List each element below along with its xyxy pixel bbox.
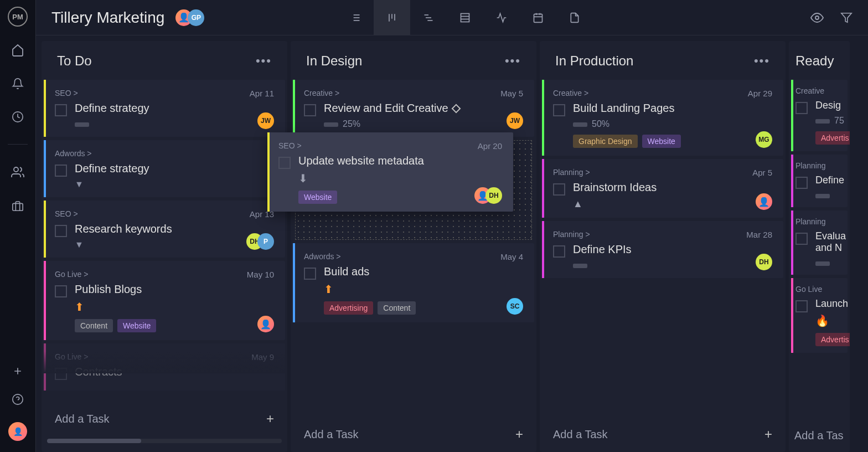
home-icon[interactable] <box>11 43 24 56</box>
tag[interactable]: Graphic Design <box>573 135 638 148</box>
task-card[interactable]: SEO > Define strategy Apr 11 JW <box>44 80 285 137</box>
column-menu-icon[interactable]: ••• <box>256 54 272 68</box>
task-checkbox[interactable] <box>55 165 67 177</box>
task-title: Launch <box>815 298 850 310</box>
task-checkbox[interactable] <box>55 104 67 116</box>
task-card[interactable]: Planning > Define KPIs Mar 28 DH <box>542 221 783 278</box>
add-task-button[interactable]: Add a Tas <box>789 419 850 452</box>
task-breadcrumb: SEO > <box>278 141 502 150</box>
list-view-icon[interactable] <box>337 0 374 35</box>
add-task-button[interactable]: Add a Task + <box>42 401 287 436</box>
avatar[interactable]: GP <box>188 9 204 26</box>
tag[interactable]: Advertising <box>324 301 373 315</box>
task-title: Review and Edit Creative <box>324 102 523 115</box>
briefcase-icon[interactable] <box>12 200 24 212</box>
task-card[interactable]: Creative > Build Landing Pages 50% Graph… <box>542 80 783 156</box>
app-logo[interactable]: PM <box>8 7 28 27</box>
task-breadcrumb: Planning <box>795 217 843 226</box>
task-checkbox[interactable] <box>795 300 808 312</box>
add-task-button[interactable]: Add a Task + <box>291 417 536 452</box>
priority-critical-icon: 🔥 <box>815 314 829 327</box>
task-date: Apr 11 <box>250 89 274 98</box>
add-icon[interactable] <box>12 366 23 377</box>
help-icon[interactable] <box>12 393 24 405</box>
column-menu-icon[interactable]: ••• <box>505 54 521 68</box>
task-breadcrumb: Adwords > <box>304 252 523 261</box>
priority-low-icon: ⬇ <box>298 172 308 185</box>
task-breadcrumb: Creative > <box>553 89 772 97</box>
tag[interactable]: Content <box>378 301 416 315</box>
task-card[interactable]: Go Live Launch🔥Advertis <box>791 278 848 353</box>
task-card[interactable]: SEO > Research keywords ▼ Apr 13 DHP <box>44 201 285 258</box>
project-members[interactable]: 👤 GP <box>180 9 204 26</box>
people-icon[interactable] <box>11 166 24 179</box>
progress-icon <box>815 119 830 124</box>
column-menu-icon[interactable]: ••• <box>754 54 770 68</box>
progress-text: 50% <box>592 119 609 129</box>
assignee-avatar[interactable]: 👤 <box>257 316 274 332</box>
task-card[interactable]: Adwords > Build ads ⬆ Advertising Conten… <box>293 243 534 322</box>
progress-icon <box>815 194 830 198</box>
task-checkbox[interactable] <box>553 104 565 116</box>
task-checkbox[interactable] <box>795 233 808 245</box>
filter-icon[interactable] <box>840 11 852 24</box>
task-checkbox[interactable] <box>795 177 808 189</box>
task-date: Apr 29 <box>748 89 772 98</box>
tag[interactable]: Website <box>642 135 681 148</box>
file-view-icon[interactable] <box>556 0 593 35</box>
task-checkbox[interactable] <box>553 183 565 196</box>
task-card[interactable]: Go Live > Publish Blogs ⬆ Content Websit… <box>44 261 285 340</box>
progress-icon <box>75 122 89 127</box>
add-task-button[interactable]: Add a Task + <box>540 417 786 452</box>
tag[interactable]: Website <box>298 191 337 204</box>
task-checkbox[interactable] <box>304 104 316 116</box>
assignee-avatar[interactable]: JW <box>507 112 523 129</box>
task-card[interactable]: Creative Desig75Advertis <box>791 80 848 151</box>
task-card[interactable]: Planning > Brainstorm Ideas ▲ Apr 5 👤 <box>542 159 783 218</box>
svg-rect-19 <box>534 14 542 22</box>
gantt-view-icon[interactable] <box>410 0 447 35</box>
add-task-label: Add a Task <box>553 428 608 441</box>
activity-view-icon[interactable] <box>483 0 520 35</box>
bell-icon[interactable] <box>12 78 24 90</box>
task-title: Define <box>815 174 844 186</box>
assignee-avatar[interactable]: JW <box>257 112 274 129</box>
task-card[interactable]: Adwords > Define strategy ▼ <box>44 140 285 197</box>
tag[interactable]: Advertis <box>815 131 850 145</box>
svg-point-3 <box>13 394 23 404</box>
assignee-avatar[interactable]: DH <box>485 187 502 204</box>
task-card[interactable]: Creative > Review and Edit Creative 25% … <box>293 80 534 137</box>
task-checkbox[interactable] <box>278 157 291 169</box>
task-checkbox[interactable] <box>553 245 565 258</box>
calendar-view-icon[interactable] <box>520 0 556 35</box>
tag[interactable]: Website <box>117 319 156 332</box>
progress-icon <box>815 261 830 266</box>
task-checkbox[interactable] <box>55 285 67 297</box>
tag[interactable]: Content <box>75 319 113 332</box>
task-checkbox[interactable] <box>304 268 316 280</box>
board-view-icon[interactable] <box>374 0 410 35</box>
table-view-icon[interactable] <box>447 0 483 35</box>
task-card[interactable]: Planning Define <box>791 155 848 207</box>
task-card-dragging[interactable]: SEO > Update website metadata ⬇ Website … <box>267 132 513 212</box>
task-card[interactable]: Planning Evalua and N <box>791 210 848 275</box>
current-user-avatar[interactable]: 👤 <box>8 422 27 441</box>
tag[interactable]: Advertis <box>815 333 850 346</box>
assignee-avatar[interactable]: SC <box>507 298 523 315</box>
task-card[interactable]: Go Live > Contracts May 9 <box>44 343 285 391</box>
assignee-avatar[interactable]: P <box>257 233 274 250</box>
column-in-design: In Design ••• Creative > Review and Edit… <box>291 41 536 452</box>
clock-icon[interactable] <box>12 111 24 123</box>
task-checkbox[interactable] <box>795 102 808 114</box>
task-checkbox[interactable] <box>55 368 67 380</box>
assignee-avatar[interactable]: MG <box>756 131 772 148</box>
task-date: Mar 28 <box>746 230 772 239</box>
task-title: Evalua and N <box>815 230 846 254</box>
add-task-label: Add a Task <box>55 413 110 425</box>
scrollbar[interactable] <box>47 439 282 443</box>
task-date: Apr 20 <box>478 141 502 151</box>
task-checkbox[interactable] <box>55 225 67 237</box>
eye-icon[interactable] <box>810 11 824 24</box>
assignee-avatar[interactable]: 👤 <box>756 193 772 210</box>
assignee-avatar[interactable]: DH <box>756 254 772 270</box>
